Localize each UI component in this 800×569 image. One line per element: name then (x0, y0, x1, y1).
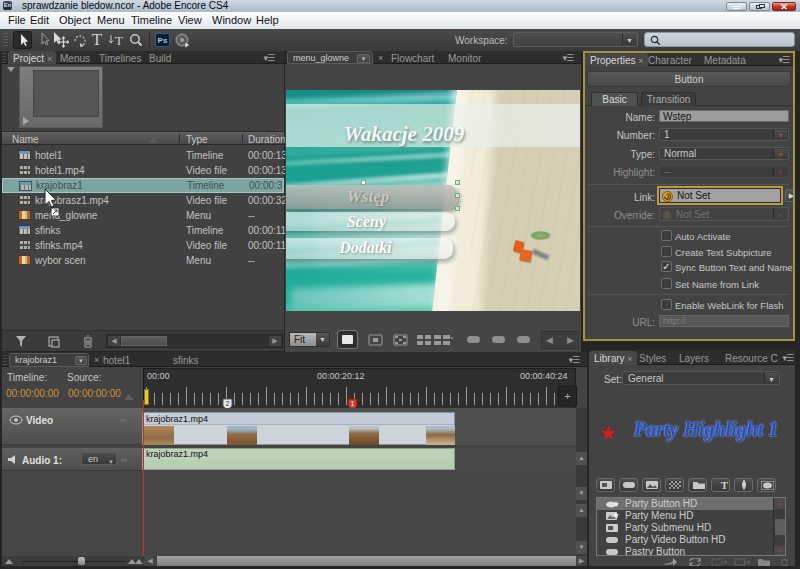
svg-text:2: 2 (226, 400, 230, 407)
svg-text:1: 1 (351, 400, 355, 407)
svg-text:T: T (115, 33, 123, 47)
